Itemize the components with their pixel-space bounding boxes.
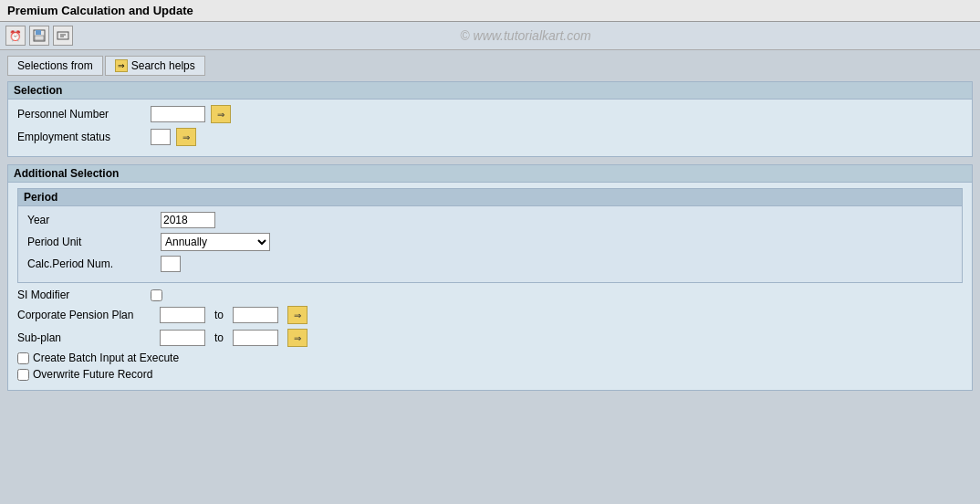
- period-unit-row: Period Unit Annually Monthly Quarterly W…: [27, 233, 953, 251]
- corporate-pension-to-input[interactable]: [233, 307, 278, 323]
- year-label: Year: [27, 214, 155, 226]
- search-helps-arrow-icon: ⇒: [115, 59, 128, 72]
- employment-status-row: Employment status ⇒: [17, 128, 963, 146]
- personnel-number-label: Personnel Number: [17, 108, 145, 121]
- employment-status-arrow-btn[interactable]: ⇒: [176, 128, 196, 146]
- calc-period-num-input[interactable]: [161, 256, 181, 272]
- sub-plan-from-input[interactable]: [160, 330, 205, 346]
- sub-plan-row: Sub-plan to ⇒: [17, 329, 963, 347]
- overwrite-future-row: Overwrite Future Record: [17, 368, 963, 381]
- personnel-number-row: Personnel Number ⇒: [17, 105, 963, 123]
- period-section-title: Period: [18, 189, 962, 206]
- overwrite-future-checkbox[interactable]: [17, 369, 29, 381]
- svg-rect-2: [35, 36, 44, 40]
- svg-rect-1: [36, 30, 41, 35]
- si-modifier-label: SI Modifier: [17, 289, 145, 301]
- sub-plan-to-input[interactable]: [233, 330, 278, 346]
- shortcut-toolbar-btn[interactable]: [53, 26, 73, 46]
- overwrite-future-label: Overwrite Future Record: [33, 368, 152, 381]
- corporate-pension-to-label: to: [214, 309, 224, 321]
- search-helps-label: Search helps: [131, 59, 195, 72]
- corporate-pension-row: Corporate Pension Plan to ⇒: [17, 306, 963, 324]
- corporate-pension-label: Corporate Pension Plan: [17, 309, 154, 321]
- personnel-number-input[interactable]: [151, 106, 205, 122]
- create-batch-row: Create Batch Input at Execute: [17, 352, 963, 364]
- sub-plan-to-label: to: [214, 331, 224, 344]
- search-helps-tab[interactable]: ⇒ Search helps: [105, 56, 205, 76]
- employment-status-input[interactable]: [151, 129, 171, 145]
- corporate-pension-arrow-btn[interactable]: ⇒: [287, 306, 308, 324]
- sub-plan-label: Sub-plan: [17, 331, 154, 344]
- calc-period-num-row: Calc.Period Num.: [27, 256, 953, 272]
- si-modifier-row: SI Modifier: [17, 289, 963, 301]
- page-title: Premium Calculation and Update: [7, 4, 193, 17]
- selection-section-title: Selection: [8, 82, 972, 100]
- selections-from-tab[interactable]: Selections from: [7, 56, 103, 76]
- save-toolbar-btn[interactable]: [29, 26, 49, 46]
- calc-period-num-label: Calc.Period Num.: [27, 257, 155, 270]
- period-section: Period Year Period Unit Annually Monthly…: [17, 188, 963, 283]
- year-row: Year: [27, 212, 953, 228]
- create-batch-label: Create Batch Input at Execute: [33, 352, 179, 364]
- svg-rect-3: [57, 32, 68, 39]
- sub-plan-arrow-btn[interactable]: ⇒: [287, 329, 308, 347]
- tab-bar: Selections from ⇒ Search helps: [7, 56, 973, 76]
- create-batch-checkbox[interactable]: [17, 352, 29, 364]
- employment-status-label: Employment status: [17, 131, 145, 143]
- clock-toolbar-btn[interactable]: ⏰: [5, 26, 26, 46]
- period-unit-select[interactable]: Annually Monthly Quarterly Weekly: [161, 233, 270, 251]
- selections-from-label: Selections from: [17, 59, 93, 72]
- personnel-number-arrow-btn[interactable]: ⇒: [211, 105, 231, 123]
- period-unit-label: Period Unit: [27, 236, 155, 248]
- year-input[interactable]: [161, 212, 215, 228]
- toolbar: ⏰ © www.tutorialkart.com: [0, 22, 980, 50]
- selection-section: Selection Personnel Number ⇒ Employment …: [7, 81, 973, 157]
- watermark: © www.tutorialkart.com: [77, 28, 975, 43]
- additional-selection-title: Additional Selection: [8, 165, 972, 183]
- additional-selection-section: Additional Selection Period Year Period …: [7, 164, 973, 391]
- si-modifier-checkbox[interactable]: [151, 289, 162, 301]
- corporate-pension-from-input[interactable]: [160, 307, 205, 323]
- title-bar: Premium Calculation and Update: [0, 0, 980, 22]
